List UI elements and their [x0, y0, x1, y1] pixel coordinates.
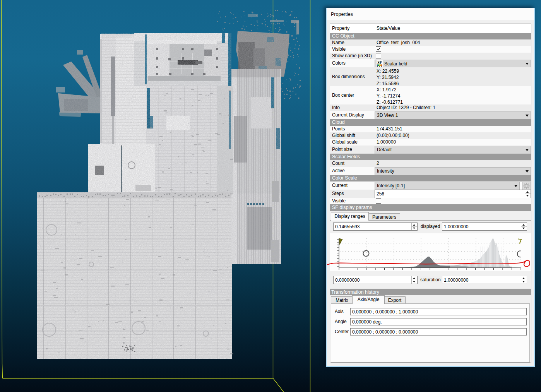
- svg-text:SF: SF: [377, 60, 382, 65]
